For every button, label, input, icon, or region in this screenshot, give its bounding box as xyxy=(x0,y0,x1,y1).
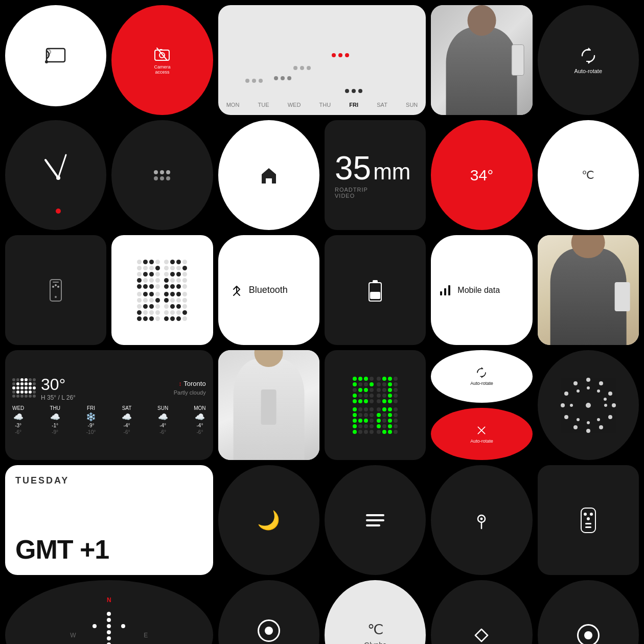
photo-widget-1 xyxy=(431,5,532,115)
forecast-wed-lo: -6° xyxy=(15,429,21,435)
forecast-wed-hi: -3° xyxy=(15,423,21,428)
home-button[interactable] xyxy=(218,120,319,230)
temperature-button[interactable]: 34° xyxy=(431,120,532,230)
svg-point-15 xyxy=(55,284,57,286)
svg-rect-18 xyxy=(373,280,378,283)
chart-day-sun: SUN xyxy=(406,102,418,108)
menu-dots-button[interactable] xyxy=(111,120,213,230)
chart-day-wed: WED xyxy=(288,102,301,108)
location-icon xyxy=(471,510,492,531)
focal-widget: 35 mm ROADTRIP VIDEO xyxy=(325,120,426,230)
auto-rotate-small-red[interactable]: Auto-rotate xyxy=(431,408,532,461)
chart-day-tue: TUE xyxy=(258,102,269,108)
svg-point-38 xyxy=(597,389,600,393)
home-icon xyxy=(258,164,280,187)
time-display-2225 xyxy=(111,235,213,345)
bluetooth-icon xyxy=(231,284,243,296)
svg-point-28 xyxy=(612,403,616,407)
svg-point-1 xyxy=(45,60,48,63)
svg-point-41 xyxy=(597,418,600,421)
weather-desc: Partly cloudy xyxy=(174,389,206,396)
svg-point-48 xyxy=(480,517,483,520)
chart-day-mon: MON xyxy=(226,102,240,108)
auto-rotate-button[interactable]: Auto-rotate xyxy=(538,5,639,115)
svg-point-26 xyxy=(599,381,603,385)
svg-point-9 xyxy=(56,176,60,180)
svg-rect-19 xyxy=(370,292,380,299)
weather-city: Toronto xyxy=(183,380,205,387)
focal-mode1: ROADTRIP xyxy=(335,187,368,193)
phone-dark-button-1[interactable] xyxy=(5,235,106,345)
time-display-2210 xyxy=(325,350,426,460)
tuesday-label: TUESDAY xyxy=(15,475,69,486)
svg-point-33 xyxy=(564,415,568,419)
svg-rect-54 xyxy=(585,526,591,528)
weather-hilo: H 35° / L 26° xyxy=(41,394,76,401)
svg-point-31 xyxy=(586,429,590,433)
glyphs-label: Glyphs xyxy=(364,641,386,644)
auto-rotate-small-white[interactable]: Auto-rotate xyxy=(431,350,532,403)
svg-point-36 xyxy=(573,381,578,385)
bluetooth-button[interactable]: Bluetooth xyxy=(218,235,319,345)
svg-point-52 xyxy=(587,517,590,520)
svg-line-8 xyxy=(58,155,66,178)
moon-icon: 🌙 xyxy=(257,510,280,531)
mobile-data-label: Mobile data xyxy=(457,286,500,295)
auto-rotate-combo: Auto-rotate Auto-rotate xyxy=(431,350,532,460)
glyph-pattern-svg xyxy=(553,370,624,441)
svg-point-45 xyxy=(577,389,580,393)
phone-glyph-icon-1 xyxy=(43,278,68,303)
photo-widget-3 xyxy=(218,350,319,460)
auto-rotate-red-label: Auto-rotate xyxy=(470,439,493,444)
photo-widget-2 xyxy=(538,235,639,345)
svg-point-27 xyxy=(608,392,612,396)
svg-point-16 xyxy=(57,286,59,288)
camera-off-icon xyxy=(154,46,170,62)
svg-point-35 xyxy=(564,392,568,396)
battery-button[interactable] xyxy=(325,235,426,345)
clock-widget xyxy=(5,120,106,230)
svg-point-25 xyxy=(586,378,590,382)
svg-point-42 xyxy=(587,421,590,424)
glyph-dot-circle xyxy=(538,350,639,460)
svg-point-51 xyxy=(590,513,593,516)
auto-rotate-sm-label: Auto-rotate xyxy=(470,381,493,386)
svg-rect-2 xyxy=(155,50,169,60)
mobile-data-button[interactable]: Mobile data xyxy=(431,235,532,345)
remote-small-icon xyxy=(578,506,599,535)
svg-rect-13 xyxy=(53,282,59,283)
camera-access-button[interactable]: Cameraaccess xyxy=(111,5,213,115)
focal-mode2: VIDEO xyxy=(335,193,355,199)
weather-widget: 30° H 35° / L 26° ↕ Toronto Partly cloud… xyxy=(5,350,213,460)
svg-point-34 xyxy=(561,403,565,407)
temp-unit-value: ℃ xyxy=(582,169,594,182)
svg-point-29 xyxy=(608,415,612,419)
forecast-wed-day: WED xyxy=(12,405,24,411)
clock-face-svg xyxy=(17,137,99,219)
focal-number: 35 xyxy=(335,152,371,185)
svg-point-40 xyxy=(604,404,607,407)
chart-day-fri: FRI xyxy=(349,102,358,108)
svg-rect-21 xyxy=(444,288,446,295)
svg-point-14 xyxy=(52,286,54,288)
battery-icon xyxy=(366,278,384,303)
auto-rotate-label: Auto-rotate xyxy=(574,68,602,74)
cast-button[interactable] xyxy=(5,5,106,106)
svg-rect-5 xyxy=(159,49,163,51)
chart-day-sat: SAT xyxy=(377,102,387,108)
svg-point-30 xyxy=(599,425,603,429)
svg-point-46 xyxy=(586,403,591,408)
chart-widget: MON TUE WED THU FRI SAT SUN xyxy=(218,5,426,115)
svg-point-44 xyxy=(570,404,573,407)
temp-unit-button[interactable]: ℃ xyxy=(538,120,639,230)
mobile-data-icon xyxy=(439,284,451,296)
auto-rotate-red-icon xyxy=(475,424,488,436)
bluetooth-label: Bluetooth xyxy=(249,285,288,295)
auto-rotate-icon xyxy=(579,47,597,65)
svg-rect-53 xyxy=(585,523,591,524)
svg-rect-22 xyxy=(448,285,450,295)
menu-lines-icon xyxy=(366,514,384,526)
chart-day-thu: THU xyxy=(319,102,331,108)
svg-point-37 xyxy=(587,386,590,389)
focal-unit: mm xyxy=(373,160,410,183)
